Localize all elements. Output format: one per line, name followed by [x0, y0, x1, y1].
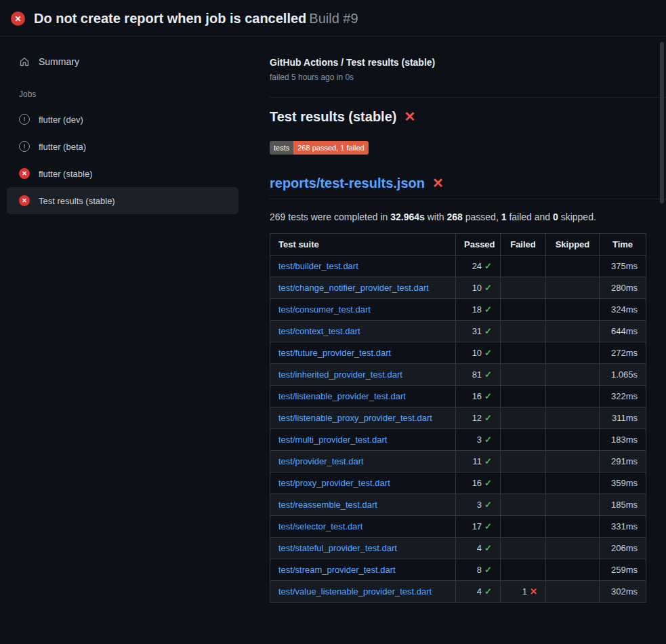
skipped-cell [546, 538, 600, 559]
sidebar: Summary Jobs !flutter (dev)!flutter (bet… [0, 37, 259, 214]
test-suite-link[interactable]: test/stateful_provider_test.dart [278, 543, 397, 553]
passed-count: 81 [472, 369, 482, 380]
scrollbar-thumb[interactable] [660, 42, 664, 203]
suite-cell: test/listenable_proxy_provider_test.dart [270, 407, 456, 429]
test-suite-link[interactable]: test/inherited_provider_test.dart [278, 369, 402, 380]
passed-count: 3 [477, 500, 482, 510]
check-icon: ✓ [484, 326, 492, 336]
time-cell: 375ms [600, 256, 646, 277]
status-line: failed 5 hours ago in 0s [270, 73, 666, 82]
failed-count: 1 [522, 586, 527, 597]
skipped-cell [546, 494, 600, 516]
jobs-list: !flutter (dev)!flutter (beta)✕flutter (s… [0, 106, 259, 214]
check-icon: ✓ [484, 586, 492, 597]
time-cell: 185ms [600, 494, 646, 516]
time-cell: 272ms [600, 342, 646, 364]
suite-cell: test/provider_test.dart [270, 451, 456, 472]
failed-x-icon: ✕ [432, 175, 444, 191]
summary-skipped-count: 0 [553, 212, 558, 222]
passed-cell: 3✓ [456, 429, 501, 451]
test-suite-link[interactable]: test/provider_test.dart [278, 456, 364, 466]
test-suite-link[interactable]: test/selector_test.dart [278, 521, 362, 531]
sidebar-item-test-results-stable[interactable]: ✕Test results (stable) [7, 187, 238, 214]
time-cell: 359ms [600, 472, 646, 494]
table-row: test/reassemble_test.dart3✓185ms [270, 494, 646, 516]
skipped-cell [546, 581, 600, 603]
summary-text: 269 tests were completed in [270, 212, 390, 222]
test-suite-link[interactable]: test/context_test.dart [278, 326, 360, 336]
home-icon [19, 56, 30, 67]
sidebar-item-flutter-beta[interactable]: !flutter (beta) [7, 133, 238, 160]
failed-cell [501, 559, 546, 581]
sidebar-item-flutter-dev[interactable]: !flutter (dev) [7, 106, 238, 133]
test-suite-link[interactable]: test/proxy_provider_test.dart [278, 478, 390, 488]
jobs-heading: Jobs [19, 89, 259, 99]
summary-failed-count: 1 [501, 212, 507, 222]
test-suite-link[interactable]: test/builder_test.dart [278, 261, 358, 271]
table-row: test/value_listenable_provider_test.dart… [270, 581, 646, 603]
table-row: test/proxy_provider_test.dart16✓359ms [270, 472, 646, 494]
time-cell: 259ms [600, 559, 646, 581]
passed-count: 4 [477, 586, 482, 597]
report-file-link[interactable]: reports/test-results.json [270, 176, 425, 191]
build-title: Do not create report when job is cancell… [34, 11, 358, 26]
passed-cell: 16✓ [456, 472, 501, 494]
build-title-text: Do not create report when job is cancell… [34, 11, 306, 26]
time-cell: 1.065s [600, 364, 646, 386]
passed-count: 31 [472, 326, 482, 336]
failed-x-icon: ✕ [404, 108, 415, 125]
passed-cell: 81✓ [456, 364, 501, 386]
passed-count: 16 [472, 478, 482, 488]
passed-cell: 16✓ [456, 386, 501, 407]
test-summary: 269 tests were completed in 32.964s with… [270, 212, 666, 222]
suite-cell: test/context_test.dart [270, 321, 456, 342]
failed-icon: ✕ [19, 195, 30, 206]
column-header-test-suite: Test suite [270, 234, 456, 256]
skipped-cell [546, 451, 600, 472]
suite-cell: test/listenable_provider_test.dart [270, 386, 456, 407]
table-row: test/provider_test.dart11✓291ms [270, 451, 646, 472]
passed-cell: 18✓ [456, 299, 501, 321]
test-suite-link[interactable]: test/value_listenable_provider_test.dart [278, 586, 432, 597]
sidebar-item-summary[interactable]: Summary [0, 52, 259, 72]
time-cell: 324ms [600, 299, 646, 321]
sidebar-item-flutter-stable[interactable]: ✕flutter (stable) [7, 160, 238, 187]
check-icon: ✓ [484, 413, 492, 423]
test-suite-link[interactable]: test/listenable_provider_test.dart [278, 391, 406, 401]
column-header-time: Time [600, 234, 646, 256]
test-suite-link[interactable]: test/listenable_proxy_provider_test.dart [278, 413, 432, 423]
failed-cell [501, 429, 546, 451]
skipped-cell [546, 321, 600, 342]
failed-cell [501, 494, 546, 516]
test-suite-link[interactable]: test/multi_provider_test.dart [278, 435, 387, 445]
time-cell: 311ms [600, 407, 646, 429]
job-label: flutter (stable) [39, 169, 92, 179]
passed-cell: 3✓ [456, 494, 501, 516]
passed-count: 18 [472, 304, 482, 315]
check-icon: ✓ [484, 304, 492, 315]
check-icon: ✓ [484, 478, 492, 488]
passed-count: 12 [472, 413, 482, 423]
check-icon: ✓ [484, 565, 492, 575]
passed-count: 10 [472, 348, 482, 358]
test-suite-link[interactable]: test/reassemble_test.dart [278, 500, 377, 510]
time-cell: 644ms [600, 321, 646, 342]
badge-label: tests [270, 141, 293, 155]
passed-cell: 17✓ [456, 516, 501, 538]
skipped-cell [546, 559, 600, 581]
failed-cell [501, 364, 546, 386]
passed-count: 11 [473, 456, 482, 466]
check-icon: ✓ [484, 348, 492, 358]
passed-count: 4 [477, 543, 482, 553]
test-suite-link[interactable]: test/change_notifier_provider_test.dart [278, 283, 429, 293]
test-suite-link[interactable]: test/future_provider_test.dart [278, 348, 391, 358]
passed-count: 16 [472, 391, 482, 401]
suite-cell: test/stateful_provider_test.dart [270, 538, 456, 559]
test-suite-link[interactable]: test/consumer_test.dart [278, 304, 371, 315]
test-suite-link[interactable]: test/stream_provider_test.dart [278, 565, 396, 575]
time-cell: 302ms [600, 581, 646, 603]
table-row: test/stream_provider_test.dart8✓259ms [270, 559, 646, 581]
table-row: test/builder_test.dart24✓375ms [270, 256, 646, 277]
time-cell: 331ms [600, 516, 646, 538]
passed-count: 10 [472, 283, 482, 293]
